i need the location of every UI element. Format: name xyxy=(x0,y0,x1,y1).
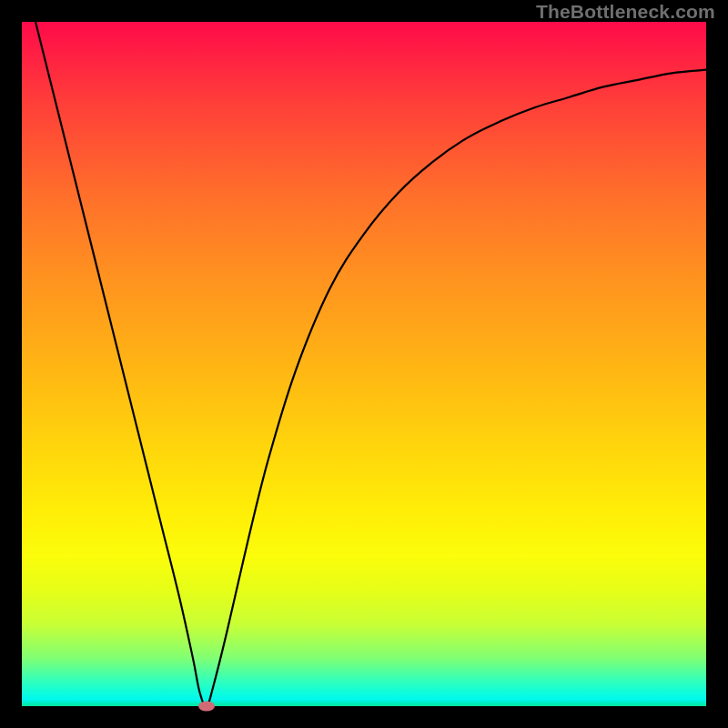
watermark-text: TheBottleneck.com xyxy=(536,1,715,23)
bottleneck-curve xyxy=(22,22,706,706)
curve-path xyxy=(35,22,706,706)
chart-frame: TheBottleneck.com xyxy=(0,0,728,728)
min-marker xyxy=(198,702,215,712)
plot-area xyxy=(22,22,706,706)
